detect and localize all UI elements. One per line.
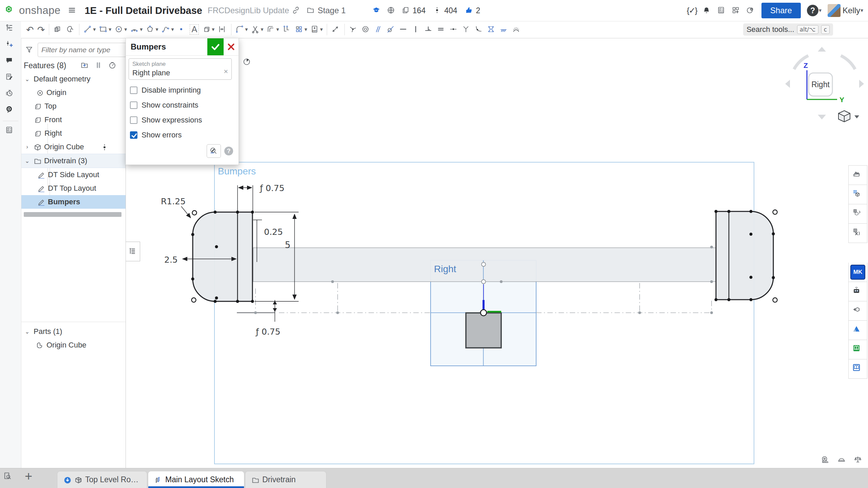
redo-button[interactable]: ↷ — [36, 21, 47, 38]
performance-button[interactable] — [0, 86, 21, 102]
tasks-button[interactable] — [714, 0, 729, 21]
sketch-name-label[interactable]: Bumpers — [218, 166, 256, 176]
fillet-tool[interactable]: ▾ — [234, 21, 249, 38]
vertical-constraint[interactable] — [410, 21, 422, 38]
chevron-down-icon[interactable]: ⌄ — [24, 157, 31, 165]
curvature-comb[interactable] — [510, 21, 523, 38]
parallel-constraint[interactable] — [372, 21, 385, 38]
mass-properties-button[interactable] — [854, 455, 865, 468]
left-bumper-profile[interactable] — [193, 212, 252, 301]
dim-top-fillet[interactable] — [238, 185, 253, 211]
chevron-down-icon[interactable]: ▾ — [124, 27, 127, 32]
workspace-name[interactable]: Stage 1 — [318, 6, 346, 15]
paste-sketch-tool[interactable] — [52, 21, 64, 38]
view-roll-arrows[interactable] — [794, 56, 855, 69]
main-menu-button[interactable] — [65, 0, 80, 21]
horizontal-constraint[interactable] — [397, 21, 410, 38]
like-button[interactable] — [462, 0, 475, 21]
checkbox-show-expressions[interactable]: Show expressions — [130, 116, 234, 125]
bom-cube-button[interactable] — [848, 185, 867, 204]
checkbox-unchecked[interactable] — [130, 87, 137, 94]
sketch-query-button[interactable] — [207, 144, 221, 158]
pierce-constraint[interactable] — [460, 21, 473, 38]
pattern-tool[interactable]: ▾ — [293, 21, 309, 38]
chevron-down-icon[interactable]: ▾ — [93, 27, 96, 32]
copies-button[interactable] — [399, 0, 411, 21]
clear-selection-icon[interactable]: × — [224, 67, 228, 76]
chevron-right-icon[interactable]: › — [24, 144, 31, 150]
concentric-constraint[interactable] — [360, 21, 372, 38]
search-tabs-button[interactable] — [3, 472, 14, 484]
use-project-tool[interactable] — [281, 21, 293, 38]
sketch-region-tool[interactable]: ▾ — [201, 21, 216, 38]
tasks-panel-button[interactable] — [0, 123, 21, 139]
public-document-button[interactable] — [384, 0, 399, 21]
avatar[interactable] — [828, 4, 841, 17]
apps-button[interactable] — [729, 0, 743, 21]
dim-bottom-offset[interactable] — [237, 300, 277, 322]
tree-item-top[interactable]: Top — [21, 99, 126, 113]
link-button[interactable] — [289, 0, 304, 21]
rectangle-tool[interactable]: ▾ — [97, 21, 113, 38]
tree-item-origin-cube[interactable]: › Origin Cube — [21, 140, 126, 154]
chevron-down-icon[interactable]: ▾ — [171, 27, 174, 32]
perpendicular-constraint[interactable] — [422, 21, 435, 38]
tab-main-layout-sketch[interactable]: Main Layout Sketch — [148, 471, 244, 488]
document-title[interactable]: 1E - Full Detail Drivebase — [84, 5, 202, 16]
tree-item-origin[interactable]: Origin — [21, 86, 126, 99]
workspace-button[interactable] — [304, 0, 316, 21]
imprint-tool[interactable] — [64, 21, 77, 38]
tree-item-bumpers[interactable]: Bumpers — [21, 195, 126, 209]
tab-top-level-robot-assembly[interactable]: Top Level Robot Ass... — [57, 471, 147, 488]
dim-width-label[interactable]: 2.5 — [164, 255, 178, 265]
filter-input[interactable] — [38, 43, 138, 57]
chevron-down-icon[interactable]: ▾ — [261, 27, 263, 32]
fix-constraint[interactable] — [498, 21, 510, 38]
dim-bottom-offset-label[interactable]: ƒ 0.75 — [255, 327, 280, 337]
checkbox-unchecked[interactable] — [130, 101, 137, 109]
learning-center-button[interactable] — [370, 0, 384, 21]
add-folder-icon[interactable] — [80, 61, 90, 70]
rollback-bar[interactable] — [24, 212, 121, 217]
chevron-down-icon[interactable]: ▾ — [212, 27, 214, 32]
chevron-down-icon[interactable]: ▾ — [245, 27, 248, 32]
rollback-clock-icon[interactable] — [108, 61, 117, 70]
origin-cube-section[interactable] — [466, 313, 501, 348]
share-button[interactable]: Share — [761, 3, 801, 18]
chevron-down-icon[interactable]: ⌄ — [24, 328, 31, 335]
sketch-plane-value[interactable]: Right plane — [132, 69, 228, 77]
dim-height-label[interactable]: 5 — [285, 240, 290, 250]
user-name[interactable]: Kelly — [843, 6, 860, 15]
versions-history-button[interactable] — [0, 21, 21, 37]
offset-tool[interactable]: ▾ — [265, 21, 281, 38]
chevron-down-icon[interactable]: ▾ — [155, 27, 158, 32]
chevron-down-icon[interactable]: ▾ — [109, 27, 111, 32]
plane-name-label[interactable]: Right — [434, 264, 456, 274]
search-tools[interactable]: Search tools... alt/⌥ c — [743, 23, 833, 36]
circle-tool[interactable]: ▾ — [113, 21, 129, 38]
undo-button[interactable]: ↶ — [24, 21, 36, 38]
view-cube[interactable]: Right Z Y — [784, 44, 865, 122]
properties-button[interactable] — [0, 70, 21, 86]
coincident-constraint[interactable] — [347, 21, 360, 38]
point-tool[interactable] — [175, 21, 188, 38]
tree-item-dt-top-layout[interactable]: DT Top Layout — [21, 182, 126, 195]
help-button[interactable]: ? ▾ — [804, 0, 824, 21]
collapse-panel-handle[interactable] — [126, 242, 140, 261]
line-tool[interactable]: ▾ — [82, 21, 97, 38]
origin-point[interactable] — [480, 310, 487, 316]
chevron-down-icon[interactable]: ▾ — [304, 27, 307, 32]
tree-item-default-geometry[interactable]: ⌄ Default geometry — [21, 72, 126, 86]
trim-tool[interactable]: ▾ — [249, 21, 265, 38]
onshape-logo[interactable]: onshape — [0, 4, 65, 17]
defer-update-icon[interactable] — [243, 58, 253, 70]
protractor-button[interactable] — [837, 455, 848, 468]
robot-app-button[interactable] — [848, 282, 867, 301]
checkbox-unchecked[interactable] — [130, 116, 137, 124]
dimension-tool[interactable] — [329, 21, 342, 38]
chevron-down-icon[interactable]: ▾ — [320, 27, 323, 32]
create-version-button[interactable] — [0, 37, 21, 54]
notifications-button[interactable] — [700, 0, 714, 21]
spline-tool[interactable]: ▾ — [160, 21, 175, 38]
right-bumper-profile[interactable] — [716, 211, 773, 300]
